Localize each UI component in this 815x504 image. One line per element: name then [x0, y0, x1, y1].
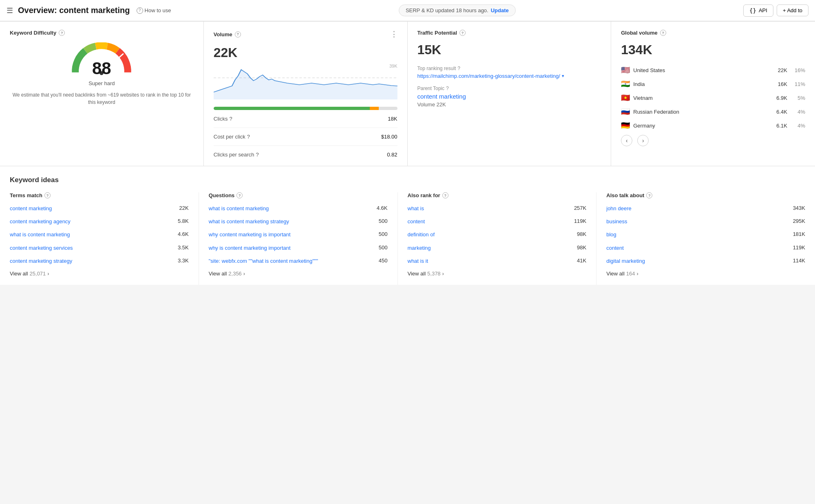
keyword-link[interactable]: content marketing strategy [10, 258, 174, 265]
keyword-vol: 343K [793, 205, 805, 211]
keyword-link[interactable]: marketing [408, 244, 574, 252]
keyword-link[interactable]: content marketing agency [10, 218, 174, 225]
questions-view-all[interactable]: View all 2,356 › [209, 271, 388, 285]
keyword-link[interactable]: what is [408, 205, 571, 212]
terms-match-help[interactable]: ? [44, 192, 51, 198]
how-to-label: How to use [145, 7, 171, 13]
list-item: marketing 98K [408, 244, 587, 252]
country-row: 🇩🇪 Germany 6.1K 4% [621, 121, 805, 130]
country-name: United States [633, 67, 769, 73]
country-flag-vn: 🇻🇳 [621, 93, 630, 102]
keyword-link[interactable]: content marketing [10, 205, 176, 212]
cps-value: 0.82 [387, 152, 397, 158]
global-help-icon[interactable]: ? [660, 30, 666, 36]
keyword-vol: 119K [574, 218, 586, 224]
cards-row: Keyword Difficulty ? [0, 21, 815, 166]
keyword-link[interactable]: blog [606, 231, 789, 238]
keyword-link[interactable]: john deere [606, 205, 789, 212]
parent-topic-label: Parent Topic ? [417, 86, 601, 91]
also-rank-view-all[interactable]: View all 5,378 › [408, 271, 587, 285]
also-rank-help[interactable]: ? [442, 192, 448, 198]
list-item: digital marketing 114K [606, 258, 805, 265]
volume-card: Volume ? ⋮ 22K 39K [204, 22, 408, 166]
update-link[interactable]: Update [491, 7, 509, 13]
also-talk-view-all[interactable]: View all 164 › [606, 271, 805, 285]
parent-topic-help-icon[interactable]: ? [446, 86, 449, 91]
cpc-row: Cost per click ? $18.00 [214, 134, 398, 140]
keyword-vol: 22K [179, 205, 189, 211]
volume-help-icon[interactable]: ? [235, 31, 241, 37]
country-pct: 4% [794, 109, 805, 115]
keyword-ideas-title: Keyword ideas [10, 176, 805, 184]
terms-match-col: Terms match ? content marketing 22K cont… [10, 192, 199, 285]
traffic-help-icon[interactable]: ? [459, 30, 466, 36]
next-btn[interactable]: › [637, 135, 649, 146]
api-label: API [759, 7, 767, 13]
traffic-card: Traffic Potential ? 15K Top ranking resu… [408, 22, 612, 166]
list-item: blog 181K [606, 231, 805, 238]
parent-topic-section: Parent Topic ? content marketing Volume … [417, 86, 601, 108]
keyword-link[interactable]: why is content marketing important [209, 244, 375, 252]
keyword-link[interactable]: why content marketing is important [209, 231, 375, 238]
parent-topic-link[interactable]: content marketing [417, 93, 601, 100]
keyword-vol: 119K [793, 244, 805, 251]
keyword-link[interactable]: what is content marketing strategy [209, 218, 375, 225]
page-title: Overview: content marketing [18, 6, 130, 15]
terms-match-title: Terms match ? [10, 192, 189, 198]
cps-help-icon[interactable]: ? [256, 152, 258, 158]
keyword-vol: 500 [379, 218, 388, 224]
api-button[interactable]: {} API [743, 4, 773, 17]
cpc-help-icon[interactable]: ? [247, 134, 250, 140]
terms-match-items: content marketing 22K content marketing … [10, 205, 189, 265]
keyword-link[interactable]: what is content marketing [209, 205, 373, 212]
top-ranking-help-icon[interactable]: ? [457, 66, 460, 71]
clicks-help-icon[interactable]: ? [229, 116, 232, 122]
list-item: what is 257K [408, 205, 587, 212]
terms-match-view-all[interactable]: View all 25,071 › [10, 271, 189, 285]
gauge-wrap: 88 [69, 42, 134, 77]
kd-description: We estimate that you'll need backlinks f… [10, 91, 194, 106]
keyword-link[interactable]: what is content marketing [10, 231, 174, 238]
country-row: 🇻🇳 Vietnam 6.9K 5% [621, 93, 805, 102]
keyword-link[interactable]: content [408, 218, 571, 225]
questions-col: Questions ? what is content marketing 4.… [209, 192, 398, 285]
top-ranking-url[interactable]: https://mailchimp.com/marketing-glossary… [417, 73, 601, 79]
keyword-link[interactable]: "site: webfx.com ""what is content marke… [209, 258, 375, 265]
keyword-link[interactable]: digital marketing [606, 258, 789, 265]
country-name: Vietnam [633, 95, 769, 101]
keyword-vol: 4.6K [178, 231, 189, 237]
add-to-label: + Add to [783, 7, 802, 13]
also-talk-help[interactable]: ? [646, 192, 652, 198]
keyword-link[interactable]: content marketing services [10, 244, 174, 252]
volume-metrics: Clicks ? 18K Cost per click ? $18.00 Cli… [214, 116, 398, 158]
list-item: john deere 343K [606, 205, 805, 212]
countries-list: 🇺🇸 United States 22K 16% 🇮🇳 India 16K 11… [621, 66, 805, 130]
kd-help-icon[interactable]: ? [59, 30, 65, 36]
country-name: India [633, 81, 769, 87]
keyword-link[interactable]: definition of [408, 231, 574, 238]
country-name: Germany [633, 123, 769, 129]
menu-icon[interactable]: ☰ [7, 6, 13, 15]
kd-card-title: Keyword Difficulty ? [10, 30, 194, 36]
keyword-link[interactable]: what is it [408, 258, 574, 265]
keyword-vol: 500 [379, 231, 388, 237]
keyword-vol: 257K [574, 205, 586, 211]
prev-btn[interactable]: ‹ [621, 135, 632, 146]
country-name: Russian Federation [633, 109, 769, 115]
list-item: why content marketing is important 500 [209, 231, 388, 238]
volume-menu-icon[interactable]: ⋮ [390, 30, 398, 39]
questions-help[interactable]: ? [236, 192, 243, 198]
help-icon: ? [137, 7, 143, 14]
keyword-link[interactable]: business [606, 218, 789, 225]
keyword-link[interactable]: content [606, 244, 789, 252]
header-center: SERP & KD updated 18 hours ago. Update [176, 4, 739, 16]
list-item: content marketing agency 5.8K [10, 218, 189, 225]
keyword-vol: 4.6K [377, 205, 388, 211]
how-to-use[interactable]: ? How to use [137, 7, 171, 14]
bottom-section: Keyword ideas Terms match ? content mark… [0, 166, 815, 285]
add-to-button[interactable]: + Add to [777, 4, 808, 16]
cps-label: Clicks per search ? [214, 152, 259, 158]
clicks-label: Clicks ? [214, 116, 232, 122]
list-item: what is content marketing 4.6K [209, 205, 388, 212]
line-chart-svg [214, 64, 398, 100]
